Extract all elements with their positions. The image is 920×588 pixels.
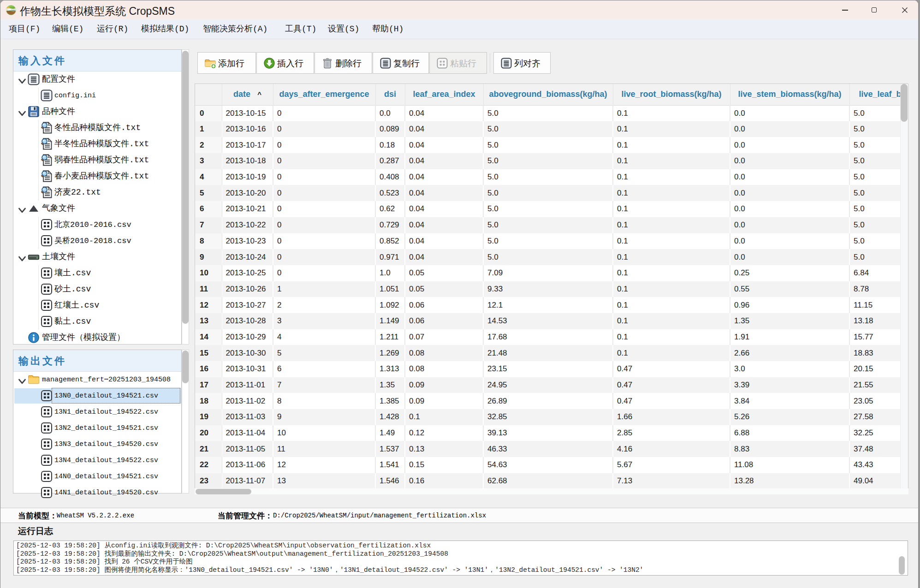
svg-text:CropSMS: CropSMS (7, 9, 16, 12)
